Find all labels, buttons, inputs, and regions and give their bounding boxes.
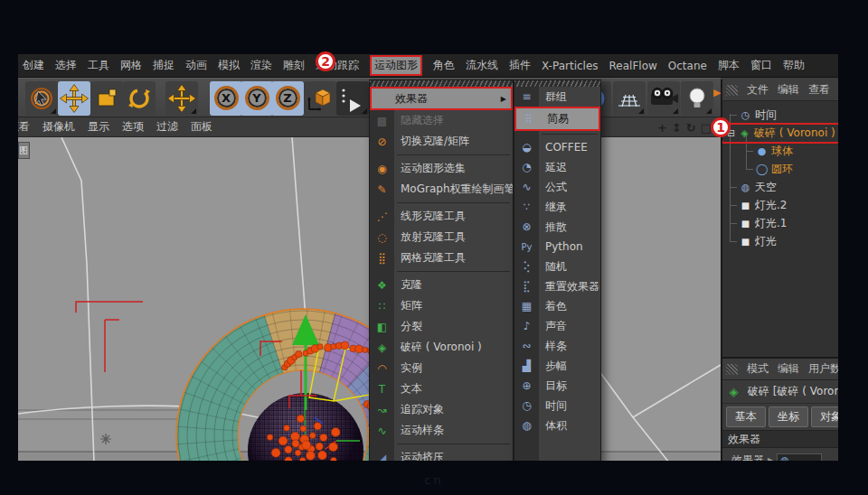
tree-connector bbox=[746, 169, 753, 170]
attribute-tab-对象[interactable]: 对象 bbox=[811, 406, 838, 427]
tracer-icon: ↝ bbox=[370, 404, 394, 416]
menu-选择[interactable]: 选择 bbox=[55, 56, 77, 75]
menu-角色[interactable]: 角色 bbox=[433, 56, 455, 75]
am-menu-模式[interactable]: 模式 bbox=[747, 360, 769, 378]
om-menu-查看[interactable]: 查看 bbox=[808, 80, 830, 99]
object-tree-item-天空[interactable]: ◍天空 bbox=[722, 178, 838, 196]
menu-item-grid-clone-tool[interactable]: ⣿网格克隆工具 bbox=[370, 248, 513, 268]
attribute-manager-menubar: 模式编辑用户数据 bbox=[722, 359, 838, 380]
menu-插件[interactable]: 插件 bbox=[509, 56, 531, 75]
render-view[interactable] bbox=[336, 81, 369, 116]
axis-move-tool[interactable] bbox=[165, 81, 198, 116]
menu-item-plain-effector[interactable]: ⠿简易 bbox=[514, 107, 600, 131]
menu-item-matrix[interactable]: ∷矩阵 bbox=[370, 295, 513, 316]
menu-帮助[interactable]: 帮助 bbox=[783, 56, 805, 75]
object-tree-item-灯光.1[interactable]: ■灯光.1 bbox=[722, 214, 838, 232]
attribute-tab-基本[interactable]: 基本 bbox=[726, 406, 766, 427]
object-tree-item-灯光[interactable]: ■灯光 bbox=[722, 232, 838, 250]
menu-item-motion-spline[interactable]: ∿运动样条 bbox=[370, 420, 513, 441]
menu-item-group-effector[interactable]: ≡群组 bbox=[514, 87, 600, 107]
menu-item-tracer[interactable]: ↝追踪对象 bbox=[370, 399, 513, 420]
coordinate-system[interactable] bbox=[304, 81, 336, 116]
menu-item-step-effector[interactable]: ▟步幅 bbox=[514, 356, 600, 376]
menu-流水线[interactable]: 流水线 bbox=[466, 56, 498, 75]
om-menu-编辑[interactable]: 编辑 bbox=[778, 80, 799, 99]
y-axis-lock[interactable]: Y bbox=[241, 81, 273, 116]
panel-drag-handle[interactable] bbox=[726, 85, 738, 96]
menu-item-effectors[interactable]: 效果器 ▶ bbox=[370, 87, 513, 110]
menu-网格[interactable]: 网格 bbox=[120, 56, 142, 75]
menu-item-label: 网格克隆工具 bbox=[394, 250, 466, 266]
menu-工具[interactable]: 工具 bbox=[88, 56, 109, 75]
viewport-menu-过滤[interactable]: 过滤 bbox=[156, 117, 178, 136]
menu-窗口[interactable]: 窗口 bbox=[750, 56, 772, 75]
menu-item-label: 随机 bbox=[539, 259, 567, 275]
menu-item-cloner[interactable]: ❖克隆 bbox=[370, 275, 513, 295]
menu-item-shader-effector[interactable]: ▦着色 bbox=[514, 296, 600, 316]
object-tree-item-圆环[interactable]: ◯圆环 bbox=[722, 160, 838, 178]
rotate-tool[interactable] bbox=[123, 81, 156, 116]
x-axis-lock[interactable]: X bbox=[210, 81, 242, 116]
menu-X-Particles[interactable]: X-Particles bbox=[542, 58, 599, 74]
menu-item-random-effector[interactable]: ⢕随机 bbox=[514, 257, 600, 276]
menu-运动图形[interactable]: 运动图形 bbox=[370, 55, 422, 76]
menu-item-swap-clone-matrix[interactable]: ⊘切换克隆/矩阵 bbox=[370, 131, 513, 152]
om-menu-文件[interactable]: 文件 bbox=[747, 80, 769, 99]
menu-item-reeffector[interactable]: ⣏重置效果器 bbox=[514, 276, 600, 296]
viewport-zoom-icon[interactable]: ↕ bbox=[672, 121, 682, 135]
light-object[interactable] bbox=[681, 81, 713, 116]
viewport-rotate-icon[interactable]: ↻ bbox=[686, 121, 696, 135]
camera-object[interactable] bbox=[647, 81, 680, 116]
z-axis-lock[interactable]: Z bbox=[271, 81, 304, 116]
move-tool[interactable] bbox=[58, 81, 90, 116]
menu-捕捉[interactable]: 捕捉 bbox=[153, 56, 175, 75]
menu-tearoff-strip[interactable] bbox=[370, 80, 513, 87]
attribute-tab-坐标[interactable]: 坐标 bbox=[769, 406, 808, 427]
menu-item-delay-effector[interactable]: ◔延迟 bbox=[514, 157, 600, 177]
viewport-menu-显示[interactable]: 显示 bbox=[88, 117, 109, 136]
menu-item-instance[interactable]: ◠实例 bbox=[370, 358, 513, 378]
object-tree-item-灯光.2[interactable]: ■灯光.2 bbox=[722, 196, 838, 214]
menu-渲染[interactable]: 渲染 bbox=[250, 56, 272, 75]
menu-item-push-apart-effector[interactable]: ⊗推散 bbox=[514, 217, 600, 237]
menu-动画[interactable]: 动画 bbox=[185, 56, 207, 75]
menu-item-weight-paintbrush[interactable]: ✎MoGraph权重绘制画笔 bbox=[370, 179, 513, 200]
menu-item-target-effector[interactable]: ⊕目标 bbox=[514, 376, 600, 396]
menu-item-coffee-effector[interactable]: ◒COFFEE bbox=[514, 137, 600, 157]
menu-item-fracture[interactable]: ◧分裂 bbox=[370, 316, 513, 337]
menu-item-sound-effector[interactable]: ♪声音 bbox=[514, 316, 600, 336]
viewport-pan-icon[interactable]: + bbox=[657, 121, 667, 135]
menu-模拟[interactable]: 模拟 bbox=[218, 56, 240, 75]
live-selection-tool[interactable] bbox=[25, 81, 58, 116]
menu-RealFlow[interactable]: RealFlow bbox=[609, 58, 657, 74]
menu-item-text[interactable]: T文本 bbox=[370, 378, 513, 399]
menu-item-spline-effector[interactable]: ∾样条 bbox=[514, 336, 600, 356]
object-tree-item-球体[interactable]: ●球体 bbox=[722, 142, 838, 160]
am-menu-用户数据[interactable]: 用户数据 bbox=[808, 360, 838, 378]
floor-object[interactable] bbox=[613, 81, 646, 116]
object-tree-item-破碎 ( Voronoi )[interactable]: ⊟◈破碎 ( Voronoi ) bbox=[722, 124, 838, 142]
menu-tearoff-strip[interactable] bbox=[514, 80, 600, 87]
menu-item-formula-effector[interactable]: ∿公式 bbox=[514, 177, 600, 197]
viewport-menu-摄像机[interactable]: 摄像机 bbox=[42, 117, 75, 136]
menu-item-time-effector[interactable]: ◷时间 bbox=[514, 396, 600, 416]
panel-collapse-arrow-icon[interactable]: ▶ bbox=[713, 87, 721, 98]
viewport-menu-面板[interactable]: 面板 bbox=[191, 117, 212, 136]
scale-tool[interactable] bbox=[90, 81, 123, 116]
panel-drag-handle[interactable] bbox=[726, 364, 738, 375]
menu-Octane[interactable]: Octane bbox=[668, 58, 707, 74]
viewport-menu-查看[interactable]: 查看 bbox=[18, 117, 30, 136]
menu-item-linear-clone-tool[interactable]: ⋰线形克隆工具 bbox=[370, 206, 513, 227]
am-menu-编辑[interactable]: 编辑 bbox=[778, 360, 799, 378]
menu-item-python-effector[interactable]: PyPython bbox=[514, 237, 600, 257]
menu-脚本[interactable]: 脚本 bbox=[718, 56, 740, 75]
menu-item-mograph-selection[interactable]: ◉运动图形选集 bbox=[370, 158, 513, 179]
menu-雕刻[interactable]: 雕刻 bbox=[283, 56, 305, 75]
menu-item-volume-effector[interactable]: ◍体积 bbox=[514, 416, 600, 435]
menu-创建[interactable]: 创建 bbox=[23, 56, 44, 75]
viewport-menu-选项[interactable]: 选项 bbox=[122, 117, 144, 136]
menu-item-radial-clone-tool[interactable]: ◌放射克隆工具 bbox=[370, 227, 513, 248]
menu-item-inheritance-effector[interactable]: ∵继承 bbox=[514, 197, 600, 217]
object-tree-item-时间[interactable]: ◷时间 bbox=[722, 106, 838, 124]
menu-item-voronoi-fracture[interactable]: ◈破碎 ( Voronoi ) bbox=[370, 337, 513, 358]
